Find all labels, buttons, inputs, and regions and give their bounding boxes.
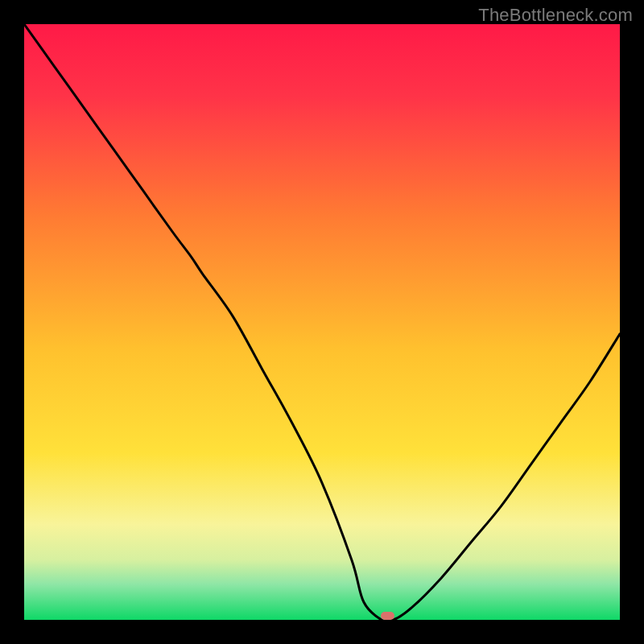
optimum-marker [381,612,395,620]
plot-area [24,24,620,620]
attribution-text: TheBottleneck.com [478,5,633,26]
heat-gradient [24,24,620,620]
chart-stage: TheBottleneck.com [0,0,644,644]
